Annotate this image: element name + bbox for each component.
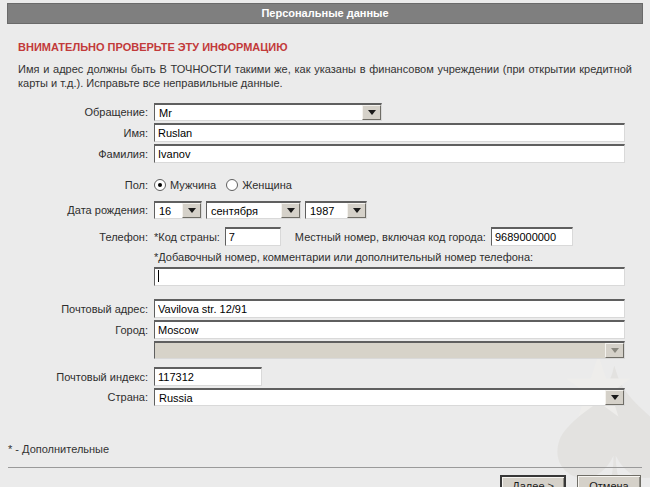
- gender-male-label[interactable]: Мужчина: [170, 179, 216, 191]
- first-name-label: Имя:: [0, 127, 154, 139]
- birth-date-label: Дата рождения:: [0, 204, 154, 216]
- local-number-field[interactable]: [491, 227, 573, 246]
- region-row: [0, 341, 625, 359]
- warning-text: ВНИМАТЕЛЬНО ПРОВЕРЬТЕ ЭТУ ИНФОРМАЦИЮ: [18, 41, 632, 53]
- region-select: [154, 341, 625, 359]
- country-label: Страна:: [0, 391, 154, 403]
- chevron-down-icon[interactable]: [281, 203, 300, 218]
- chevron-down-icon: [605, 343, 624, 358]
- footnote-text: * - Дополнительные: [8, 443, 650, 455]
- page-title: Персональные данные: [7, 3, 643, 24]
- divider: [8, 467, 642, 468]
- personal-data-window: ♠ ★ Персональные данные ВНИМАТЕЛЬНО ПРОВ…: [0, 0, 650, 487]
- salutation-select[interactable]: Mr: [154, 103, 382, 121]
- gender-row: Пол: Мужчина Женщина: [0, 176, 625, 193]
- gender-male-radio[interactable]: [154, 179, 166, 191]
- last-name-row: Фамилия:: [0, 144, 625, 163]
- country-code-field[interactable]: [225, 227, 281, 246]
- phone-ext-field[interactable]: [154, 267, 625, 286]
- chevron-down-icon[interactable]: [605, 390, 624, 405]
- button-bar: Далее > Отмена: [0, 475, 641, 487]
- postal-code-label: Почтовый индекс:: [0, 371, 154, 383]
- intro-text: Имя и адрес должны быть В ТОЧНОСТИ таким…: [18, 62, 632, 90]
- address-label: Почтовый адрес:: [0, 303, 154, 315]
- phone-label: Телефон:: [0, 231, 154, 243]
- address-row: Почтовый адрес:: [0, 299, 625, 318]
- chevron-down-icon[interactable]: [347, 203, 366, 218]
- country-select[interactable]: Russia: [154, 388, 625, 406]
- postal-code-row: Почтовый индекс:: [0, 367, 625, 386]
- text-caret: [158, 270, 159, 282]
- birth-year-select[interactable]: 1987: [305, 201, 367, 219]
- postal-code-field[interactable]: [154, 367, 262, 386]
- region-value: [155, 343, 605, 358]
- last-name-label: Фамилия:: [0, 148, 154, 160]
- next-button[interactable]: Далее >: [500, 475, 566, 487]
- personal-data-form: Обращение: Mr Имя: Фамилия: Пол:: [0, 103, 650, 406]
- salutation-label: Обращение:: [0, 106, 154, 118]
- chevron-down-icon[interactable]: [182, 203, 201, 218]
- salutation-value: Mr: [155, 105, 362, 120]
- last-name-field[interactable]: [154, 144, 625, 163]
- birth-day-select[interactable]: 16: [154, 201, 202, 219]
- phone-ext-label: *Добавочный номер, комментарии или допол…: [154, 251, 533, 263]
- salutation-row: Обращение: Mr: [0, 103, 625, 121]
- address-field[interactable]: [154, 299, 625, 318]
- birth-date-row: Дата рождения: 16 сентября 1987: [0, 201, 625, 219]
- phone-ext-row: [0, 267, 625, 286]
- gender-label: Пол:: [0, 179, 154, 191]
- first-name-field[interactable]: [154, 123, 625, 142]
- gender-female-label[interactable]: Женщина: [242, 179, 292, 191]
- local-number-label: Местный номер, включая код города:: [295, 231, 486, 243]
- country-row: Страна: Russia: [0, 388, 625, 406]
- birth-year-value: 1987: [306, 203, 347, 218]
- gender-female-radio[interactable]: [226, 179, 238, 191]
- phone-row: Телефон: *Код страны: Местный номер, вкл…: [0, 227, 625, 246]
- cancel-button[interactable]: Отмена: [577, 475, 641, 487]
- city-row: Город:: [0, 320, 625, 339]
- birth-day-value: 16: [155, 203, 182, 218]
- phone-ext-label-row: *Добавочный номер, комментарии или допол…: [0, 248, 625, 265]
- city-field[interactable]: [154, 320, 625, 339]
- birth-month-select[interactable]: сентября: [206, 201, 301, 219]
- birth-month-value: сентября: [207, 203, 281, 218]
- first-name-row: Имя:: [0, 123, 625, 142]
- chevron-down-icon[interactable]: [362, 105, 381, 120]
- country-value: Russia: [155, 390, 605, 405]
- country-code-label: *Код страны:: [154, 231, 220, 243]
- city-label: Город:: [0, 324, 154, 336]
